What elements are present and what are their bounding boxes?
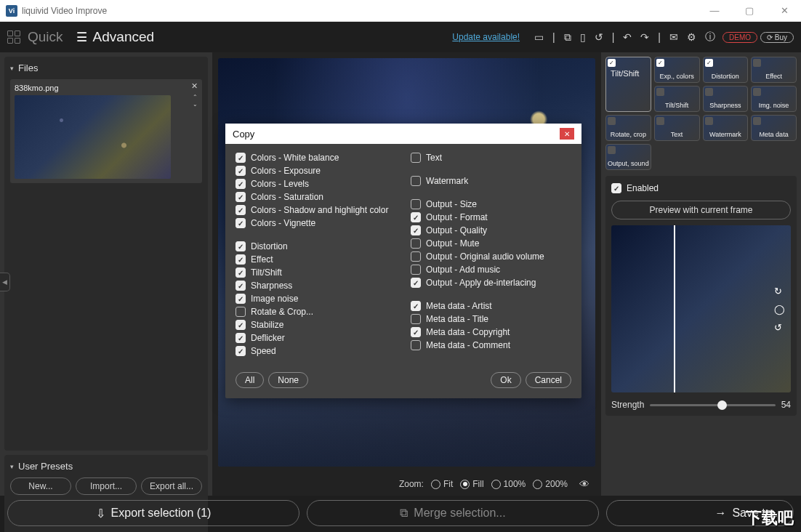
- mode-quick[interactable]: Quick: [28, 29, 63, 45]
- file-remove-icon[interactable]: ✕: [191, 82, 198, 90]
- paste-icon[interactable]: ▯: [580, 31, 586, 43]
- strength-slider[interactable]: [650, 404, 775, 406]
- copy-option[interactable]: Tilt/Shift: [236, 266, 396, 279]
- copy-option[interactable]: Sharpness: [236, 279, 396, 292]
- effect-tile[interactable]: Img. noise: [751, 86, 797, 112]
- eye-icon[interactable]: 👁: [579, 478, 589, 490]
- ok-button[interactable]: Ok: [491, 372, 520, 388]
- copy-option[interactable]: Colors - Vignette: [236, 217, 396, 230]
- copy-option[interactable]: Output - Add music: [411, 263, 571, 276]
- copy-option[interactable]: Stabilize: [236, 318, 396, 331]
- copy-option[interactable]: Colors - Levels: [236, 177, 396, 190]
- copy-option[interactable]: Meta data - Copyright: [411, 326, 571, 339]
- effect-checkbox[interactable]: [753, 117, 761, 125]
- compare-preview[interactable]: ↻ ◯ ↺: [611, 225, 791, 392]
- copy-option[interactable]: Colors - Shadow and highlight color: [236, 203, 396, 217]
- copy-option[interactable]: Output - Apply de-interlacing: [411, 276, 571, 289]
- checkbox[interactable]: [411, 278, 421, 288]
- effect-tile[interactable]: ✓Exp., colors: [654, 57, 700, 83]
- copy-option[interactable]: Text: [411, 151, 571, 164]
- checkbox[interactable]: [411, 225, 421, 235]
- folder-open-icon[interactable]: ▭: [534, 31, 544, 43]
- export-selection-button[interactable]: ⇩ Export selection (1): [7, 500, 299, 526]
- redo-icon[interactable]: ↷: [640, 31, 649, 43]
- effect-tile[interactable]: Rotate, crop: [605, 115, 651, 141]
- effect-checkbox[interactable]: [656, 117, 664, 125]
- effect-checkbox[interactable]: [705, 117, 713, 125]
- minimize-button[interactable]: —: [704, 5, 725, 16]
- merge-selection-button[interactable]: ⧉ Merge selection...: [307, 500, 599, 526]
- checkbox[interactable]: [236, 205, 246, 215]
- effect-checkbox[interactable]: [608, 146, 616, 154]
- copy-option[interactable]: Meta data - Title: [411, 313, 571, 326]
- checkbox[interactable]: [411, 153, 421, 163]
- copy-option[interactable]: Colors - Exposure: [236, 164, 396, 177]
- copy-option[interactable]: Colors - White balance: [236, 151, 396, 164]
- copy-icon[interactable]: ⧉: [564, 31, 571, 44]
- checkbox[interactable]: [411, 238, 421, 249]
- checkbox[interactable]: [411, 265, 421, 275]
- checkbox[interactable]: [236, 333, 246, 343]
- all-button[interactable]: All: [236, 372, 264, 388]
- checkbox[interactable]: [236, 294, 246, 304]
- focus-point-icon[interactable]: ◯: [774, 304, 785, 315]
- gear-icon[interactable]: ⚙: [687, 31, 696, 43]
- preset-export-button[interactable]: Export all...: [141, 477, 202, 495]
- preview-frame-button[interactable]: Preview with current frame: [611, 201, 791, 219]
- checkbox[interactable]: [411, 314, 421, 324]
- effect-checkbox[interactable]: [608, 117, 616, 125]
- copy-option[interactable]: Image noise: [236, 292, 396, 305]
- preset-new-button[interactable]: New...: [10, 477, 71, 495]
- copy-option[interactable]: Output - Format: [411, 211, 571, 224]
- checkbox[interactable]: [411, 327, 421, 337]
- dialog-close-button[interactable]: ✕: [560, 128, 574, 140]
- preset-import-button[interactable]: Import...: [76, 477, 137, 495]
- effect-tile[interactable]: Output, sound: [605, 144, 651, 170]
- copy-option[interactable]: Speed: [236, 344, 396, 358]
- mail-icon[interactable]: ✉: [669, 31, 678, 43]
- close-button[interactable]: ✕: [773, 5, 795, 16]
- info-icon[interactable]: ⓘ: [705, 31, 715, 44]
- checkbox[interactable]: [236, 241, 246, 251]
- effect-checkbox[interactable]: ✓: [608, 59, 616, 67]
- checkbox[interactable]: [236, 192, 246, 202]
- chevron-down-icon[interactable]: ⌄: [193, 101, 198, 108]
- rotate-cw-icon[interactable]: ↻: [774, 286, 785, 297]
- save-to-button[interactable]: →Save to...: [606, 500, 794, 526]
- undo-icon[interactable]: ↶: [623, 31, 632, 43]
- effect-checkbox[interactable]: ✓: [656, 59, 664, 67]
- cancel-button[interactable]: Cancel: [526, 372, 571, 388]
- effect-tile[interactable]: Effect: [751, 57, 797, 83]
- zoom-fill[interactable]: Fill: [460, 479, 483, 489]
- effect-tile-tiltshift-active[interactable]: ✓ Tilt/Shift: [605, 57, 651, 112]
- rotate-ccw-icon[interactable]: ↺: [774, 322, 785, 333]
- checkbox[interactable]: [411, 176, 421, 186]
- chevron-up-icon[interactable]: ⌃: [193, 94, 198, 100]
- compare-divider[interactable]: [674, 225, 675, 392]
- copy-option[interactable]: Output - Original audio volume: [411, 250, 571, 263]
- zoom-100[interactable]: 100%: [491, 479, 526, 489]
- copy-option[interactable]: Meta data - Comment: [411, 339, 571, 352]
- checkbox[interactable]: [411, 301, 421, 311]
- copy-option[interactable]: Deflicker: [236, 331, 396, 344]
- side-collapse-handle[interactable]: ◀: [0, 273, 10, 291]
- checkbox[interactable]: [236, 179, 246, 189]
- maximize-button[interactable]: ▢: [738, 5, 760, 16]
- files-header[interactable]: Files: [10, 63, 202, 73]
- copy-option[interactable]: Effect: [236, 253, 396, 266]
- copy-option[interactable]: Meta data - Artist: [411, 299, 571, 313]
- copy-option[interactable]: Output - Mute: [411, 237, 571, 250]
- checkbox[interactable]: [411, 199, 421, 209]
- checkbox[interactable]: [236, 281, 246, 291]
- checkbox[interactable]: [236, 346, 246, 356]
- zoom-200[interactable]: 200%: [533, 479, 568, 489]
- checkbox[interactable]: [411, 251, 421, 262]
- copy-option[interactable]: Watermark: [411, 174, 571, 188]
- checkbox[interactable]: [236, 267, 246, 278]
- effect-tile[interactable]: Meta data: [751, 115, 797, 141]
- checkbox[interactable]: [236, 166, 246, 176]
- checkbox[interactable]: [236, 307, 246, 317]
- effect-tile[interactable]: Text: [654, 115, 700, 141]
- presets-header[interactable]: User Presets: [10, 461, 202, 472]
- effect-checkbox[interactable]: [753, 88, 761, 96]
